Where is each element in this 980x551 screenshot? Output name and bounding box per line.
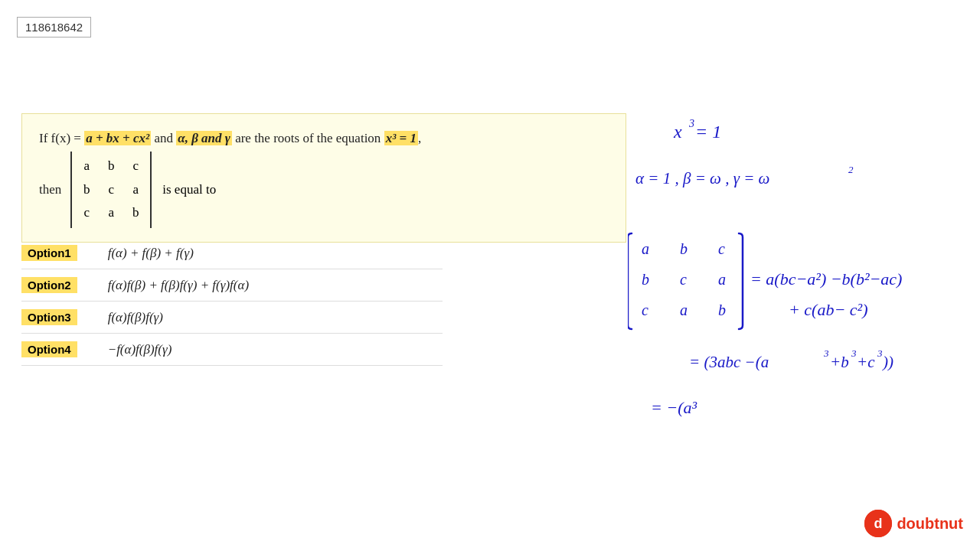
option1-formula: f(α) + f(β) + f(γ) bbox=[108, 246, 194, 261]
doubtnut-text: doubtnut bbox=[897, 515, 963, 533]
option-row-1[interactable]: Option1 f(α) + f(β) + f(γ) bbox=[21, 237, 443, 269]
doubtnut-icon: d bbox=[864, 510, 892, 537]
matrix-cell-c3: c bbox=[81, 201, 92, 225]
svg-text:+b: +b bbox=[830, 353, 849, 371]
question-suffix: are the roots of the equation bbox=[232, 131, 384, 145]
svg-text:d: d bbox=[874, 516, 883, 531]
matrix-cell-b1: b bbox=[106, 155, 116, 178]
question-end: , bbox=[418, 131, 421, 145]
matrix-cell-b3: b bbox=[130, 201, 141, 225]
svg-text:= −(a³: = −(a³ bbox=[651, 398, 697, 417]
svg-text:α = 1 ,  β = ω ,  γ = ω: α = 1 , β = ω , γ = ω bbox=[635, 169, 769, 187]
option-row-4[interactable]: Option4 −f(α)f(β)f(γ) bbox=[21, 334, 443, 366]
matrix-cell-a1: a bbox=[81, 155, 92, 178]
doubtnut-logo: d doubtnut bbox=[864, 510, 963, 537]
question-middle: and bbox=[151, 131, 176, 145]
option4-formula: −f(α)f(β)f(γ) bbox=[108, 342, 172, 357]
matrix-row-2: b c a bbox=[81, 178, 141, 202]
option3-label: Option3 bbox=[21, 309, 77, 325]
svg-text:2: 2 bbox=[848, 164, 854, 175]
svg-text:3: 3 bbox=[823, 347, 829, 359]
matrix-row-3: c a b bbox=[81, 201, 141, 225]
handwritten-work-area: x 3 = 1 α = 1 , β = ω , γ = ω 2 a b c b … bbox=[628, 107, 972, 536]
svg-text:= a(bc−a²) −b(b²−ac): = a(bc−a²) −b(b²−ac) bbox=[750, 269, 902, 289]
question-prefix: If f(x) = bbox=[39, 131, 84, 145]
svg-text:c: c bbox=[642, 302, 648, 318]
svg-text:a: a bbox=[680, 302, 688, 318]
option4-label: Option4 bbox=[21, 341, 77, 357]
question-box: If f(x) = a + bx + cx² and α, β and γ ar… bbox=[21, 113, 626, 243]
question-line1: If f(x) = a + bx + cx² and α, β and γ ar… bbox=[39, 128, 609, 148]
matrix-cell-b2: b bbox=[81, 178, 92, 202]
question-matrix: a b c b c a c a b bbox=[70, 152, 152, 228]
matrix-row-1: a b c bbox=[81, 155, 141, 178]
options-area: Option1 f(α) + f(β) + f(γ) Option2 f(α)f… bbox=[21, 237, 443, 366]
svg-text:)): )) bbox=[882, 353, 893, 371]
svg-text:x: x bbox=[673, 122, 682, 142]
is-equal-to-label: is equal to bbox=[162, 179, 216, 200]
option-row-2[interactable]: Option2 f(α)f(β) + f(β)f(γ) + f(γ)f(α) bbox=[21, 269, 443, 302]
option1-label: Option1 bbox=[21, 245, 77, 261]
svg-text:b: b bbox=[642, 271, 649, 288]
svg-text:= 1: = 1 bbox=[695, 122, 721, 142]
svg-text:3: 3 bbox=[877, 347, 883, 359]
question-matrix-row: then a b c b c a c a b is equal to bbox=[39, 152, 609, 228]
then-label: then bbox=[39, 179, 61, 200]
svg-text:a: a bbox=[718, 271, 726, 288]
svg-text:c: c bbox=[680, 271, 687, 288]
option2-formula: f(α)f(β) + f(β)f(γ) + f(γ)f(α) bbox=[108, 278, 249, 293]
question-id: 118618642 bbox=[17, 17, 91, 37]
matrix-cell-c1: c bbox=[130, 155, 141, 178]
question-highlight2: α, β and γ bbox=[176, 131, 232, 145]
svg-text:+c: +c bbox=[857, 353, 875, 371]
svg-text:3: 3 bbox=[851, 347, 857, 359]
svg-text:a: a bbox=[642, 240, 649, 257]
matrix-cell-a3: a bbox=[106, 201, 116, 225]
option-row-3[interactable]: Option3 f(α)f(β)f(γ) bbox=[21, 302, 443, 334]
svg-text:b: b bbox=[680, 240, 688, 257]
matrix-cell-a2: a bbox=[130, 178, 141, 202]
option3-formula: f(α)f(β)f(γ) bbox=[108, 310, 163, 325]
matrix-cell-c2: c bbox=[106, 178, 116, 202]
svg-text:c: c bbox=[718, 240, 725, 257]
svg-text:= (3abc −(a: = (3abc −(a bbox=[689, 353, 769, 371]
option2-label: Option2 bbox=[21, 277, 77, 293]
question-highlight1: a + bx + cx² bbox=[84, 131, 151, 145]
question-highlight3: x³ = 1 bbox=[384, 131, 418, 145]
svg-text:3: 3 bbox=[688, 118, 694, 129]
svg-text:+ c(ab− c²): + c(ab− c²) bbox=[789, 300, 867, 319]
svg-text:b: b bbox=[718, 302, 726, 318]
